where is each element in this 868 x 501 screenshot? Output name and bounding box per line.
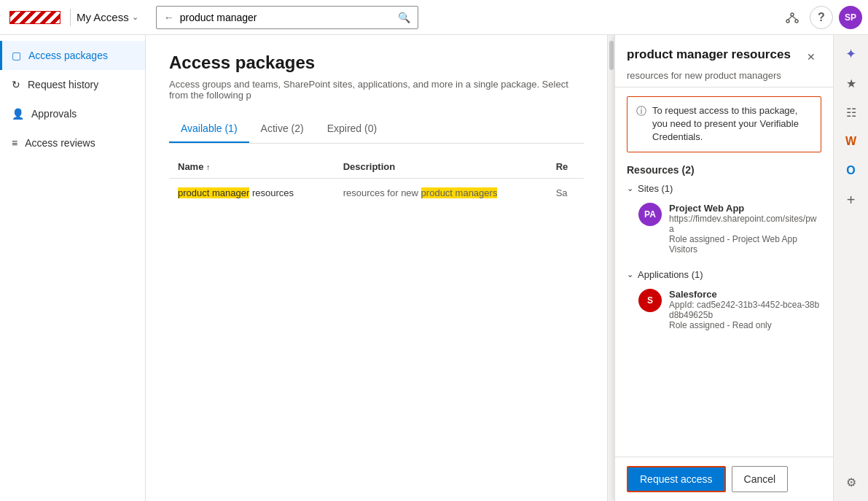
row-re: Sa: [547, 179, 584, 208]
request-access-button[interactable]: Request access: [627, 466, 726, 492]
sidebar-right-icon-office[interactable]: W: [838, 128, 864, 155]
help-icon[interactable]: ?: [810, 6, 833, 29]
sidebar-right-icon-3[interactable]: ☷: [838, 99, 864, 125]
request-history-icon: ↻: [12, 79, 20, 90]
sidebar-label-request-history: Request history: [28, 79, 98, 90]
applications-group: ⌄ Applications (1) S Salesforce AppId: c…: [627, 269, 821, 336]
svg-point-0: [791, 13, 794, 16]
panel-close-button[interactable]: ✕: [801, 47, 821, 67]
resources-title: Resources (2): [627, 164, 821, 176]
sort-icon: ↑: [206, 163, 211, 171]
chevron-down-icon: ⌄: [132, 12, 138, 22]
sidebar-item-access-reviews[interactable]: ≡ Access reviews: [0, 128, 145, 158]
panel-title: product manager resources: [627, 47, 801, 63]
sidebar-item-approvals[interactable]: 👤 Approvals: [0, 99, 145, 128]
chevron-down-icon-sites: ⌄: [627, 184, 633, 193]
panel-header: product manager resources ✕ resources fo…: [615, 35, 833, 88]
detail-panel: product manager resources ✕ resources fo…: [614, 35, 833, 501]
salesforce-appid: AppId: cad5e242-31b3-4452-bcea-38bd8b496…: [669, 300, 821, 320]
search-icon: 🔍: [398, 12, 410, 23]
sidebar-label-access-packages: Access packages: [28, 50, 108, 61]
sidebar-right-icon-1[interactable]: ✦: [838, 41, 864, 67]
info-message: To request access to this package, you n…: [652, 104, 812, 144]
sidebar-label-access-reviews: Access reviews: [25, 137, 95, 149]
project-web-app-item: PA Project Web App https://fimdev.sharep…: [627, 200, 821, 260]
tab-available[interactable]: Available (1): [169, 115, 249, 143]
project-web-app-name: Project Web App: [669, 203, 821, 214]
tab-active[interactable]: Active (2): [249, 115, 316, 143]
right-sidebar: ✦ ★ ☷ W O + ⚙: [833, 35, 868, 501]
project-web-app-url: https://fimdev.sharepoint.com/sites/pwa: [669, 214, 821, 234]
tab-expired[interactable]: Expired (0): [316, 115, 388, 143]
col-name: Name ↑: [169, 155, 335, 179]
app-name[interactable]: My Access ⌄: [77, 11, 138, 23]
panel-subtitle: resources for new product managers: [627, 70, 821, 81]
page-subtitle: Access groups and teams, SharePoint site…: [169, 79, 584, 101]
project-web-app-info: Project Web App https://fimdev.sharepoin…: [669, 203, 821, 255]
sidebar-item-access-packages[interactable]: ▢ Access packages: [0, 41, 145, 70]
project-web-app-avatar: PA: [638, 203, 662, 226]
sidebar-label-approvals: Approvals: [31, 108, 77, 120]
panel-footer: Request access Cancel: [615, 457, 833, 501]
user-avatar[interactable]: SP: [839, 6, 862, 29]
salesforce-role: Role assigned - Read only: [669, 320, 821, 330]
info-box: ⓘ To request access to this package, you…: [627, 96, 821, 152]
sidebar-right-icon-settings[interactable]: ⚙: [838, 469, 864, 495]
sidebar-right-icon-add[interactable]: +: [838, 187, 864, 213]
main-content: Access packages Access groups and teams,…: [146, 35, 607, 501]
access-reviews-icon: ≡: [12, 137, 17, 149]
access-packages-icon: ▢: [12, 50, 21, 61]
col-re: Re: [547, 155, 584, 179]
sites-group: ⌄ Sites (1) PA Project Web App https://f…: [627, 183, 821, 260]
sidebar-right-icon-outlook[interactable]: O: [838, 158, 864, 184]
sites-group-label: Sites (1): [638, 183, 673, 194]
sidebar-right-icon-2[interactable]: ★: [838, 70, 864, 96]
row-description: resources for new product managers: [335, 179, 547, 208]
salesforce-name: Salesforce: [669, 289, 821, 300]
network-icon[interactable]: [781, 6, 804, 29]
logo: [6, 7, 64, 28]
scroll-thumb[interactable]: [609, 41, 614, 70]
svg-line-3: [788, 16, 792, 20]
approvals-icon: 👤: [12, 108, 24, 120]
salesforce-item: S Salesforce AppId: cad5e242-31b3-4452-b…: [627, 286, 821, 336]
col-description: Description: [335, 155, 547, 179]
salesforce-info: Salesforce AppId: cad5e242-31b3-4452-bce…: [669, 289, 821, 330]
cancel-button[interactable]: Cancel: [732, 466, 789, 492]
topbar-divider: [70, 9, 71, 26]
applications-group-label: Applications (1): [638, 269, 703, 280]
svg-line-4: [792, 16, 797, 20]
sites-group-header[interactable]: ⌄ Sites (1): [627, 183, 821, 194]
row-name: product manager resources: [169, 179, 335, 208]
info-icon: ⓘ: [636, 105, 646, 118]
page-title: Access packages: [169, 53, 584, 73]
scroll-track: [607, 35, 614, 501]
project-web-app-role: Role assigned - Project Web App Visitors: [669, 234, 821, 255]
svg-point-2: [795, 20, 798, 23]
applications-group-header[interactable]: ⌄ Applications (1): [627, 269, 821, 280]
sidebar-item-request-history[interactable]: ↻ Request history: [0, 70, 145, 99]
back-icon[interactable]: ←: [164, 12, 174, 23]
panel-body: ⓘ To request access to this package, you…: [615, 88, 833, 457]
tabs: Available (1) Active (2) Expired (0): [169, 115, 584, 144]
table-row[interactable]: product manager resources resources for …: [169, 179, 584, 208]
svg-point-1: [786, 20, 789, 23]
chevron-down-icon-apps: ⌄: [627, 270, 633, 279]
search-input[interactable]: [180, 12, 398, 23]
search-bar[interactable]: ← 🔍: [156, 6, 418, 29]
left-nav: ▢ Access packages ↻ Request history 👤 Ap…: [0, 35, 146, 501]
salesforce-avatar: S: [638, 289, 662, 312]
packages-table: Name ↑ Description Re product manager re…: [169, 155, 584, 207]
